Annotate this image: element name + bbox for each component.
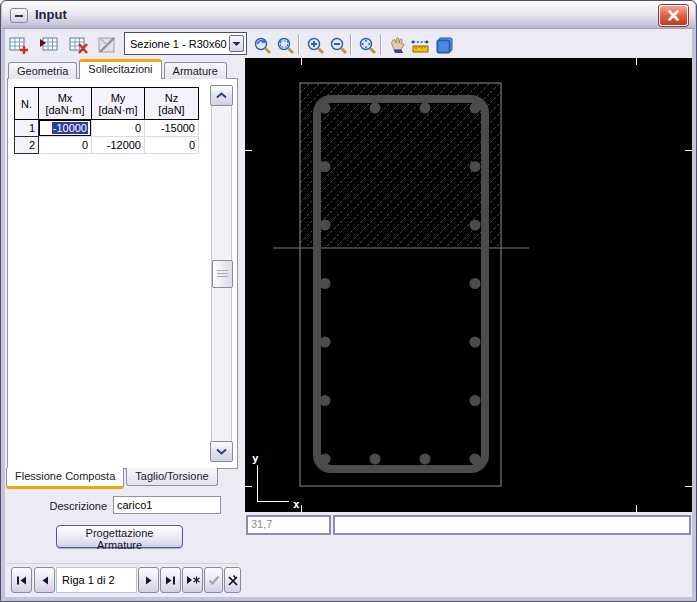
close-icon [667,9,680,22]
mode-tabs: Flessione Composta Taglio/Torsione [6,468,218,489]
zoom-window-button[interactable] [273,33,297,57]
zoom-in-icon [305,35,326,56]
prior-record-icon [41,576,49,585]
scroll-down-button[interactable] [210,441,233,462]
zoom-in-button[interactable] [303,33,327,57]
insert-record-icon [186,575,200,585]
chevron-up-icon [216,92,227,99]
nz-cell[interactable]: -15000 [145,120,199,137]
vertical-scrollbar[interactable] [210,85,233,462]
close-button[interactable] [659,5,688,26]
coordinate-readout: 31,7 [246,515,331,535]
selected-cell-text: -10000 [52,122,88,134]
row-number-cell[interactable]: 1 [15,120,39,137]
record-navigator: Riga 1 di 2 [7,563,239,595]
table-row: 1 -10000 0 -15000 [15,120,199,137]
mx-cell-editing[interactable]: -10000 [39,120,92,137]
column-header-nz: Nz [daN] [145,88,199,120]
column-header-n: N. [15,88,39,120]
tab-armature[interactable]: Armature [164,62,227,79]
record-position: Riga 1 di 2 [56,567,137,593]
table-header-row: N. Mx [daN·m] My [daN·m] Nz [daN] [15,88,199,120]
zoom-previous-button[interactable] [250,33,274,57]
combo-dropdown-button[interactable] [229,35,244,52]
chevron-down-icon [232,41,241,47]
tab-taglio-torsione[interactable]: Taglio/Torsione [126,468,217,486]
zoom-extents-button[interactable] [355,33,379,57]
loads-grid-panel: N. Mx [daN·m] My [daN·m] Nz [daN] 1 -100… [7,78,238,469]
system-menu-button[interactable] [10,8,28,23]
last-record-icon [165,576,176,585]
row-number-cell[interactable]: 2 [15,137,39,154]
chevron-down-icon [216,448,227,455]
toolbar-separator [380,34,381,55]
zoom-previous-icon [252,35,273,56]
zoom-out-icon [328,35,349,56]
post-edit-button [204,567,223,593]
table-row: 2 0 -12000 0 [15,137,199,154]
table-delete-icon [69,35,89,55]
pan-hand-icon [387,35,408,56]
section-selector[interactable]: Sezione 1 - R30x60 [124,32,247,55]
page-tabs: Geometria Sollecitazioni Armature [8,59,227,79]
zoom-extents-icon [357,35,378,56]
layers-icon [434,35,455,56]
thumb-grip [217,270,228,279]
tab-flessione-composta[interactable]: Flessione Composta [6,468,124,489]
tab-sollecitazioni[interactable]: Sollecitazioni [79,59,161,79]
loads-table: N. Mx [daN·m] My [daN·m] Nz [daN] 1 -100… [14,87,199,154]
design-reinforcement-button[interactable]: Progettazione Armature [56,525,183,548]
toolbar-separator [298,34,299,55]
window-title: Input [35,7,67,22]
pan-button[interactable] [385,33,409,57]
zoom-window-icon [275,35,296,56]
nz-cell[interactable]: 0 [145,137,199,154]
description-input[interactable] [113,496,221,514]
disabled-tool-button [95,33,119,57]
section-viewport[interactable]: y x [245,58,692,512]
tab-geometria[interactable]: Geometria [8,62,77,79]
next-record-icon [145,576,153,585]
table-add-icon [9,35,29,55]
column-header-my: My [daN·m] [92,88,145,120]
my-cell[interactable]: 0 [92,120,145,137]
layers-button[interactable] [432,33,456,57]
minimize-icon [15,15,23,17]
mx-cell[interactable]: 0 [39,137,92,154]
x-axis-label: x [293,498,300,511]
confirm-check-icon [208,575,220,585]
input-window: Input [0,0,697,602]
prior-record-button[interactable] [34,567,55,593]
title-bar: Input [2,1,695,29]
y-axis-label: y [252,452,259,465]
section-selector-value: Sezione 1 - R30x60 [125,38,227,50]
add-row-button[interactable] [7,33,31,57]
table-disabled-icon [97,35,117,55]
insert-record-button[interactable] [182,567,203,593]
measure-icon [410,35,431,56]
table-edit-icon [39,35,59,55]
scrollbar-thumb[interactable] [212,260,233,288]
scrollbar-track[interactable] [211,106,232,441]
measure-button[interactable] [408,33,432,57]
zoom-out-button[interactable] [326,33,350,57]
edit-row-button[interactable] [37,33,61,57]
last-record-button[interactable] [160,567,181,593]
delete-row-button[interactable] [67,33,91,57]
column-header-mx: Mx [daN·m] [39,88,92,120]
message-readout [333,515,691,535]
description-label: Descrizione [19,500,107,512]
next-record-button[interactable] [138,567,159,593]
cancel-edit-icon [227,575,239,586]
my-cell[interactable]: -12000 [92,137,145,154]
scroll-up-button[interactable] [210,85,233,106]
first-record-icon [16,576,27,585]
toolbar-separator [350,34,351,55]
cancel-edit-button[interactable] [224,567,241,593]
first-record-button[interactable] [11,567,32,593]
